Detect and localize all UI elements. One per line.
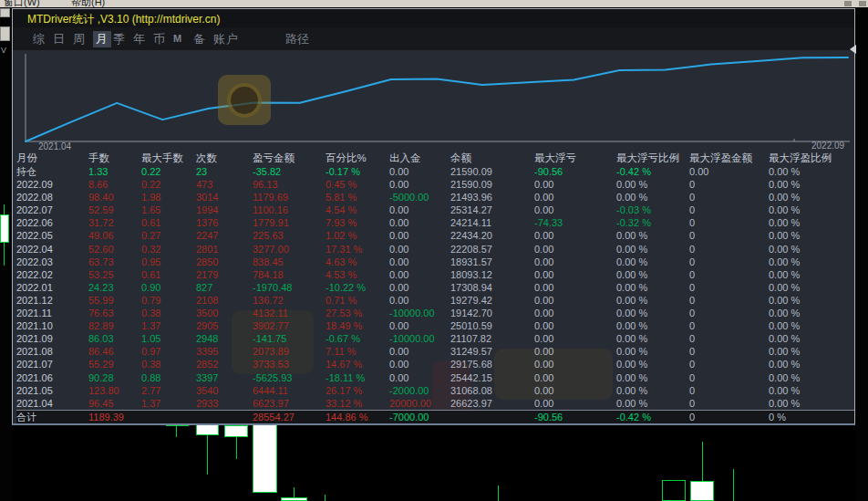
cell: 0.00 xyxy=(389,243,450,256)
column-header: 余额 xyxy=(450,151,534,165)
toolbar-item-日[interactable]: 日 xyxy=(53,31,66,47)
cell: 0 xyxy=(689,256,769,268)
cell: 0.22 xyxy=(141,178,196,191)
menu-item-window[interactable]: 窗口(W) xyxy=(4,0,40,7)
cell: 0.22 xyxy=(141,165,196,178)
cell: 1100.16 xyxy=(253,204,326,216)
column-header: 出入金 xyxy=(389,151,450,165)
cell: 0 xyxy=(689,397,769,410)
cell: 0.61 xyxy=(141,216,196,229)
cell: 7.11 % xyxy=(326,345,389,358)
cell: 31249.57 xyxy=(450,345,534,358)
cell: -90.56 xyxy=(534,165,616,178)
cell: 0.00 % xyxy=(616,268,689,281)
toolbar-item-周[interactable]: 周 xyxy=(73,31,86,47)
toolbar-item-path[interactable]: 路径 xyxy=(285,31,309,47)
cell: 0.00 % xyxy=(769,358,854,371)
cell: 2108 xyxy=(196,294,253,307)
cell: 0 xyxy=(689,307,769,319)
cell: 2179 xyxy=(196,268,253,281)
cell: 0.00 xyxy=(534,307,616,319)
cell: -0.17 % xyxy=(326,165,389,178)
cell: 0.00 xyxy=(389,256,450,268)
cell xyxy=(450,411,534,423)
toolbar-item-季[interactable]: 季 xyxy=(113,31,126,47)
cell: 0.00 xyxy=(389,345,450,358)
cell: 0 xyxy=(689,358,769,371)
cell: 1994 xyxy=(196,204,253,216)
cell: 0.00 % xyxy=(769,204,854,216)
cell: 0 xyxy=(689,204,769,216)
cell: -18.11 % xyxy=(326,371,389,384)
toolbar-item-综[interactable]: 综 xyxy=(33,31,46,47)
toolbar-item-年[interactable]: 年 xyxy=(133,31,146,47)
cell: 0 xyxy=(689,268,769,281)
cell: 25010.59 xyxy=(450,319,534,332)
cell: 0.00 xyxy=(534,345,616,358)
table-row: 2022.0631.720.6113761779.917.93 %0.00242… xyxy=(16,216,854,229)
menu-item-help[interactable]: 帮助(H) xyxy=(71,0,105,7)
table-row: 2021.1082.891.3729053902.7718.49 %0.0025… xyxy=(16,319,854,332)
cell: 0.97 xyxy=(141,345,196,358)
cell: 3014 xyxy=(196,191,253,204)
cell: 0 xyxy=(689,178,769,191)
toolbar-item-备[interactable]: 备 xyxy=(193,31,206,47)
cell: 2022.03 xyxy=(16,256,88,268)
table-row: 持仓1.330.2223-35.82-0.17 %0.0021590.09-90… xyxy=(16,165,854,178)
toolbar-icon[interactable] xyxy=(0,8,10,17)
cell: 2021.04 xyxy=(16,397,88,410)
cell: 2021.09 xyxy=(16,332,88,345)
toolbar-item-账户[interactable]: 账户 xyxy=(213,31,239,47)
cell: 0.90 xyxy=(141,281,196,294)
cell: 123.80 xyxy=(88,384,141,397)
stats-toolbar: 综日周月季年币M备账户 路径 xyxy=(13,27,854,50)
menubar-icon[interactable] xyxy=(859,1,866,6)
image-tool-icon[interactable] xyxy=(0,26,10,41)
table-row: 2021.1176.630.3835004132.1127.53 %-10000… xyxy=(16,307,854,319)
cell: 0.00 xyxy=(534,294,616,307)
cell: -5625.93 xyxy=(253,371,326,384)
cell: -10000.00 xyxy=(389,332,450,345)
check-icon[interactable]: V xyxy=(1,46,6,55)
window-titlebar[interactable]: MTDriver统计 ,V3.10 (http://mtdriver.cn) xyxy=(13,9,854,27)
cell: 0.45 % xyxy=(326,178,389,191)
cell: 2021.07 xyxy=(16,358,88,371)
cell: 0.00 % xyxy=(616,332,689,345)
cell: 3395 xyxy=(196,345,253,358)
total-row: 合计1189.3928554.27144.86 %-7000.00-90.56-… xyxy=(16,410,854,423)
cell: 82.89 xyxy=(88,319,141,332)
cell: 6444.11 xyxy=(253,384,326,397)
cell: 784.18 xyxy=(253,268,326,281)
cell: 0.00 % xyxy=(769,371,854,384)
toolbar-item-月[interactable]: 月 xyxy=(93,31,111,47)
cell: 0 xyxy=(689,191,769,204)
cell: 52.60 xyxy=(88,243,141,256)
cell: 0.00 xyxy=(534,204,616,216)
cell: 0.00 xyxy=(534,319,616,332)
cell: 0.00 xyxy=(389,268,450,281)
toolbar-item-币[interactable]: 币 xyxy=(153,31,166,47)
cell: 5.81 % xyxy=(326,191,389,204)
cell: 0.00 xyxy=(389,229,450,242)
cell: 2021.06 xyxy=(16,371,88,384)
toolbar-item-M[interactable]: M xyxy=(173,33,182,44)
column-header: 盈亏金额 xyxy=(253,151,326,165)
cell: 20000.00 xyxy=(389,397,450,410)
cell: 3540 xyxy=(196,384,253,397)
scroll-left-arrow-icon[interactable] xyxy=(850,45,856,54)
cell: 0.00 xyxy=(389,371,450,384)
menubar-icon[interactable] xyxy=(844,1,852,6)
cell: 1.37 xyxy=(141,397,196,410)
cell: 2948 xyxy=(196,332,253,345)
cell: 0.00 % xyxy=(769,191,854,204)
cell: 144.86 % xyxy=(326,411,389,423)
cell: 25314.27 xyxy=(450,204,534,216)
cell: 2022.07 xyxy=(16,204,88,216)
cell: 0.00 % xyxy=(616,256,689,268)
cell: 25442.15 xyxy=(450,371,534,384)
cell: 0 % xyxy=(769,411,854,423)
cell: 0.00 xyxy=(389,294,450,307)
cell: 4132.11 xyxy=(253,307,326,319)
column-header: 最大浮亏 xyxy=(534,151,616,165)
cell: 0.71 % xyxy=(326,294,389,307)
